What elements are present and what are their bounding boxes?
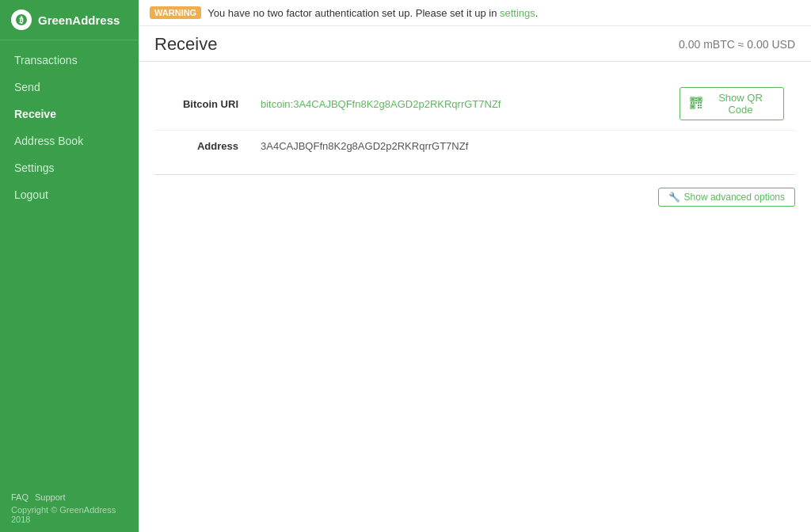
svg-rect-18 — [700, 102, 702, 104]
sidebar-item-receive[interactable]: Receive — [0, 101, 139, 127]
advanced-options-button[interactable]: 🔧 Show advanced options — [658, 188, 795, 207]
sidebar-logo: ₿ GreenAddress — [0, 0, 139, 40]
show-qr-button[interactable]: Show QR Code — [680, 87, 784, 120]
sidebar-nav: Transactions Send Receive Address Book S… — [0, 40, 139, 484]
balance-display: 0.00 mBTC ≈ 0.00 USD — [679, 38, 795, 51]
app-name: GreenAddress — [38, 13, 120, 27]
main-area: WARNING You have no two factor authentic… — [139, 0, 811, 532]
show-qr-label: Show QR Code — [707, 92, 774, 116]
bitcoin-uri-row: Bitcoin URI bitcoin:3A4CAJBQFfn8K2g8AGD2… — [154, 78, 795, 131]
sidebar-item-send[interactable]: Send — [0, 74, 139, 101]
svg-rect-15 — [693, 102, 695, 104]
bitcoin-uri-label: Bitcoin URI — [154, 78, 249, 131]
svg-rect-12 — [695, 97, 697, 99]
sidebar-item-settings[interactable]: Settings — [0, 154, 139, 181]
faq-link[interactable]: FAQ — [11, 492, 29, 502]
receive-table: Bitcoin URI bitcoin:3A4CAJBQFfn8K2g8AGD2… — [154, 78, 795, 162]
svg-rect-7 — [691, 105, 694, 108]
svg-text:₿: ₿ — [19, 16, 24, 25]
sidebar: ₿ GreenAddress Transactions Send Receive… — [0, 0, 139, 532]
actions-row: 🔧 Show advanced options — [154, 184, 795, 210]
sidebar-item-address-book[interactable]: Address Book — [0, 127, 139, 154]
svg-rect-5 — [699, 98, 701, 101]
wrench-icon: 🔧 — [668, 192, 680, 203]
address-label: Address — [154, 131, 249, 162]
advanced-options-label: Show advanced options — [684, 192, 785, 203]
copyright: Copyright © GreenAddress 2018 — [11, 505, 128, 524]
svg-rect-11 — [700, 107, 702, 108]
address-row: Address 3A4CAJBQFfn8K2g8AGD2p2RKRqrrGT7N… — [154, 131, 795, 162]
section-divider — [154, 174, 795, 175]
svg-rect-14 — [691, 102, 692, 104]
warning-message: You have no two factor authentication se… — [208, 7, 497, 19]
address-value: 3A4CAJBQFfn8K2g8AGD2p2RKRqrrGT7NZf — [249, 131, 668, 162]
svg-rect-10 — [698, 107, 699, 108]
settings-link[interactable]: settings — [500, 7, 535, 19]
svg-rect-9 — [700, 104, 702, 106]
svg-rect-16 — [695, 102, 697, 104]
warning-suffix: . — [535, 7, 539, 19]
page-header: Receive 0.00 mBTC ≈ 0.00 USD — [139, 26, 811, 62]
bitcoin-uri-value: bitcoin:3A4CAJBQFfn8K2g8AGD2p2RKRqrrGT7N… — [249, 78, 668, 131]
svg-rect-8 — [698, 104, 699, 106]
page-title: Receive — [154, 34, 217, 55]
warning-banner: WARNING You have no two factor authentic… — [139, 0, 811, 26]
support-link[interactable]: Support — [35, 492, 66, 502]
qr-icon — [690, 97, 702, 112]
sidebar-item-transactions[interactable]: Transactions — [0, 47, 139, 74]
svg-rect-3 — [691, 98, 694, 101]
svg-rect-17 — [698, 102, 699, 104]
warning-badge: WARNING — [150, 6, 201, 19]
app-logo-icon: ₿ — [11, 10, 32, 30]
svg-rect-13 — [695, 100, 697, 101]
content-area: Bitcoin URI bitcoin:3A4CAJBQFfn8K2g8AGD2… — [139, 62, 811, 532]
sidebar-item-logout[interactable]: Logout — [0, 181, 139, 208]
sidebar-footer: FAQ Support Copyright © GreenAddress 201… — [0, 484, 139, 532]
warning-text: You have no two factor authentication se… — [208, 7, 538, 19]
